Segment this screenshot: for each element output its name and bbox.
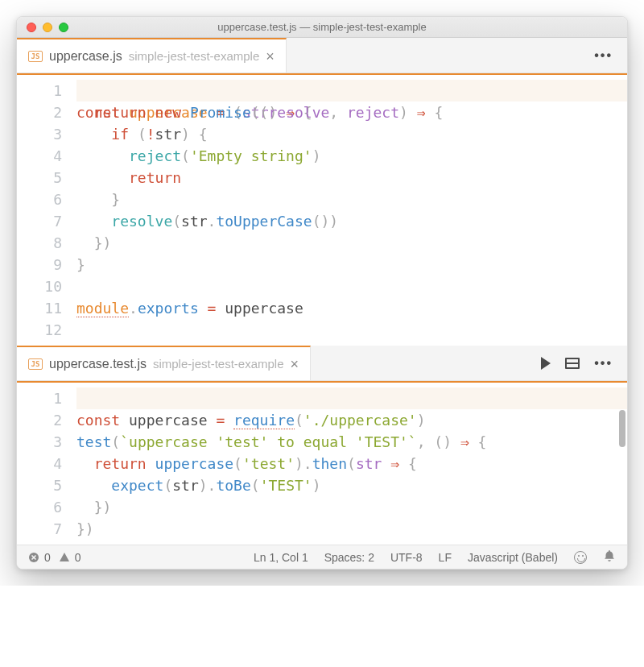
line-number-gutter: 123456789101112 bbox=[17, 75, 76, 346]
code-line[interactable]: reject('Empty string') bbox=[76, 145, 627, 167]
encoding[interactable]: UTF-8 bbox=[390, 551, 423, 564]
code-token: ( bbox=[163, 477, 172, 494]
diagnostics[interactable]: 0 0 bbox=[28, 551, 81, 564]
line-number: 3 bbox=[17, 431, 62, 453]
code-line[interactable]: return bbox=[76, 167, 627, 188]
code-token bbox=[382, 455, 390, 472]
code-token: (( bbox=[251, 104, 269, 121]
feedback-icon[interactable] bbox=[574, 551, 587, 564]
window-close-icon[interactable] bbox=[27, 23, 36, 32]
tab-close-icon[interactable]: × bbox=[291, 357, 299, 371]
code-area[interactable]: const uppercase = (str) ⇒ { return new P… bbox=[76, 75, 627, 346]
split-panes-icon[interactable] bbox=[565, 358, 580, 369]
line-number: 5 bbox=[17, 167, 62, 188]
code-line[interactable]: if (!str) { bbox=[76, 123, 627, 145]
code-token: }) bbox=[76, 520, 94, 537]
code-line[interactable]: const uppercase = require('./uppercase') bbox=[76, 387, 627, 409]
code-token bbox=[76, 234, 94, 251]
titlebar[interactable]: uppercase.test.js — simple-jest-test-exa… bbox=[17, 17, 627, 38]
more-icon[interactable]: ••• bbox=[594, 356, 613, 371]
code-line[interactable]: } bbox=[76, 254, 627, 276]
code-line[interactable]: }) bbox=[76, 232, 627, 254]
code-token bbox=[399, 455, 408, 472]
code-token: }) bbox=[94, 499, 112, 516]
more-icon[interactable]: ••• bbox=[594, 48, 613, 63]
code-token bbox=[469, 433, 478, 450]
code-token bbox=[147, 104, 155, 121]
window-minimize-icon[interactable] bbox=[43, 23, 52, 32]
code-line[interactable]: }) bbox=[76, 496, 627, 518]
code-token: require bbox=[233, 412, 295, 429]
code-line[interactable]: return uppercase('test').then(str ⇒ { bbox=[76, 453, 627, 474]
tab-close-icon[interactable]: × bbox=[266, 49, 275, 64]
code-line[interactable]: }) bbox=[76, 518, 627, 540]
code-token: , bbox=[329, 104, 338, 121]
code-token: str bbox=[181, 213, 208, 230]
tabbar-bottom: JS uppercase.test.js simple-jest-test-ex… bbox=[17, 346, 627, 381]
code-token: }) bbox=[94, 234, 112, 251]
line-number: 1 bbox=[17, 80, 62, 102]
code-token: then bbox=[312, 455, 347, 472]
code-token bbox=[76, 455, 94, 472]
line-number-gutter: 1234567 bbox=[17, 383, 76, 545]
error-icon bbox=[28, 552, 39, 563]
code-token bbox=[76, 126, 111, 143]
code-token: test bbox=[76, 433, 111, 450]
notifications-icon[interactable] bbox=[603, 549, 616, 566]
code-line[interactable]: expect(str).toBe('TEST') bbox=[76, 474, 627, 496]
code-token: './uppercase' bbox=[303, 412, 417, 429]
line-number: 2 bbox=[17, 409, 62, 431]
code-token: str bbox=[155, 126, 182, 143]
line-number: 7 bbox=[17, 518, 62, 540]
code-area[interactable]: const uppercase = require('./uppercase')… bbox=[76, 383, 627, 545]
code-line[interactable] bbox=[76, 319, 627, 341]
code-token: ⇒ bbox=[460, 433, 469, 450]
code-line[interactable]: return new Promise((resolve, reject) ⇒ { bbox=[76, 102, 627, 123]
editor-pane-2[interactable]: 1234567const uppercase = require('./uppe… bbox=[17, 383, 627, 545]
line-number: 12 bbox=[17, 319, 62, 341]
run-icon[interactable] bbox=[541, 357, 551, 370]
js-file-icon: JS bbox=[28, 51, 43, 62]
tab-uppercase-test-js[interactable]: JS uppercase.test.js simple-jest-test-ex… bbox=[17, 346, 311, 380]
tabbar-top: JS uppercase.js simple-jest-test-example… bbox=[17, 38, 627, 73]
line-number: 2 bbox=[17, 102, 62, 123]
code-line[interactable] bbox=[76, 276, 627, 297]
code-line[interactable]: } bbox=[76, 188, 627, 210]
code-token: return bbox=[94, 455, 147, 472]
code-line[interactable]: module.exports = uppercase bbox=[76, 297, 627, 319]
code-token: ). bbox=[199, 477, 217, 494]
code-line[interactable]: const uppercase = (str) ⇒ { bbox=[76, 80, 627, 102]
window-maximize-icon[interactable] bbox=[59, 23, 68, 32]
scrollbar-thumb[interactable] bbox=[619, 410, 625, 447]
code-token: } bbox=[76, 256, 85, 273]
current-line-highlight bbox=[76, 80, 627, 102]
editor-pane-1[interactable]: 123456789101112const uppercase = (str) ⇒… bbox=[17, 75, 627, 346]
code-token: uppercase bbox=[129, 412, 208, 429]
code-line[interactable]: test(`uppercase 'test' to equal 'TEST'`,… bbox=[76, 431, 627, 453]
status-bar: 0 0 Ln 1, Col 1 Spaces: 2 UTF-8 LF Javas… bbox=[17, 545, 627, 569]
code-token: ()) bbox=[312, 213, 339, 230]
code-token: = bbox=[208, 300, 217, 317]
eol[interactable]: LF bbox=[439, 551, 452, 564]
code-token: resolve bbox=[268, 104, 329, 121]
code-token: ) bbox=[312, 147, 321, 164]
line-number: 7 bbox=[17, 210, 62, 232]
error-count: 0 bbox=[44, 551, 51, 564]
code-token: 'test' bbox=[242, 455, 295, 472]
code-line[interactable]: resolve(str.toUpperCase()) bbox=[76, 210, 627, 232]
tab-uppercase-js[interactable]: JS uppercase.js simple-jest-test-example… bbox=[17, 38, 287, 72]
language-mode[interactable]: Javascript (Babel) bbox=[468, 551, 558, 564]
code-token: } bbox=[111, 191, 120, 208]
code-token: ) bbox=[399, 104, 408, 121]
line-number: 5 bbox=[17, 474, 62, 496]
code-token: exports bbox=[138, 300, 199, 317]
code-token: . bbox=[208, 213, 217, 230]
line-number: 10 bbox=[17, 276, 62, 297]
indent-setting[interactable]: Spaces: 2 bbox=[324, 551, 374, 564]
cursor-position[interactable]: Ln 1, Col 1 bbox=[254, 551, 308, 564]
line-number: 4 bbox=[17, 145, 62, 167]
code-token: { bbox=[434, 104, 443, 121]
code-token bbox=[129, 126, 138, 143]
line-number: 3 bbox=[17, 123, 62, 145]
code-token: toUpperCase bbox=[216, 213, 312, 230]
